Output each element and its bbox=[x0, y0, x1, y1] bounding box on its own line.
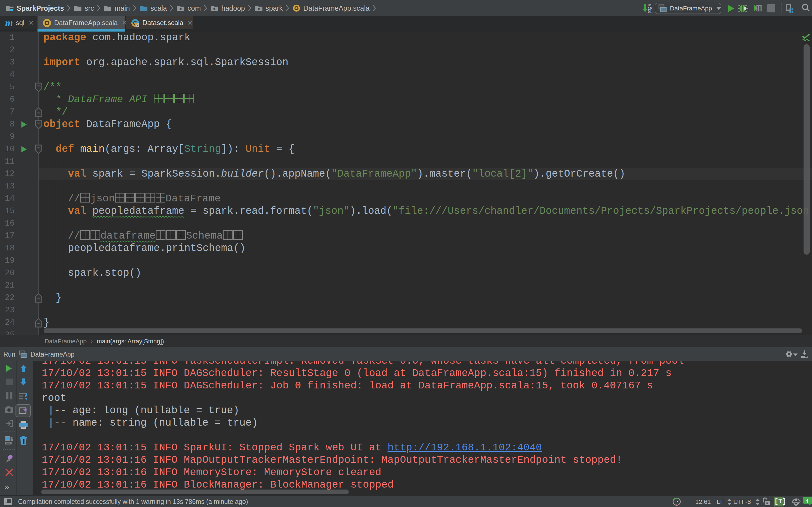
svg-text:01: 01 bbox=[648, 10, 652, 13]
svg-text:1: 1 bbox=[806, 498, 809, 504]
